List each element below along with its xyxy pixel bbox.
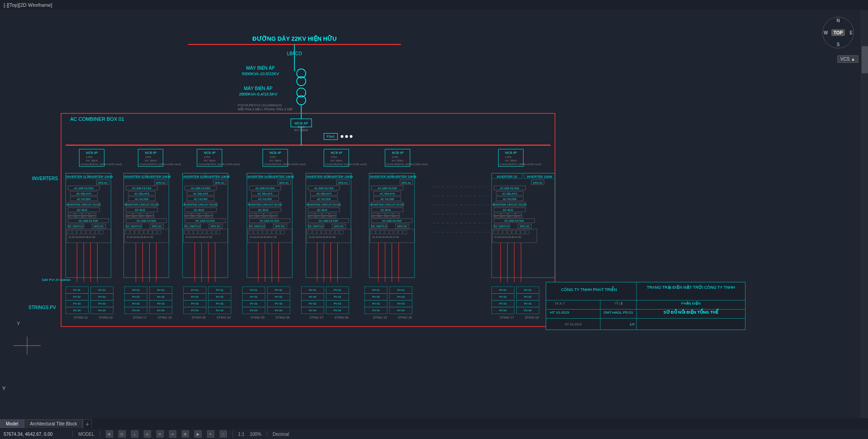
- svg-text:MPPT: MPPT: [308, 215, 314, 217]
- svg-text:INVERTER CIRCUIT DC/AC: INVERTER CIRCUIT DC/AC: [307, 203, 341, 206]
- svg-text:MPPT: MPPT: [501, 215, 507, 217]
- svg-text:SPD AC: SPD AC: [279, 181, 289, 184]
- polar-icon[interactable]: ◎: [144, 430, 151, 438]
- svg-text:PV 04: PV 04: [397, 309, 405, 312]
- tab-add-button[interactable]: +: [83, 419, 92, 428]
- svg-text:PV 03: PV 03: [275, 302, 283, 305]
- svg-text:PV 03: PV 03: [216, 302, 224, 305]
- svg-text:PV 01: PV 01: [275, 289, 283, 291]
- svg-text:AC EMI FILTER: AC EMI FILTER: [74, 187, 94, 190]
- svg-text:PV 02: PV 02: [191, 296, 199, 298]
- vertical-scrollbar[interactable]: [861, 10, 868, 418]
- scrollbar-thumb[interactable]: [862, 46, 868, 73]
- svg-text:MPPT: MPPT: [133, 215, 140, 217]
- svg-text:PV 03: PV 03: [73, 302, 81, 305]
- svg-text:DC BUS: DC BUS: [258, 209, 269, 211]
- ortho-icon[interactable]: ⊥: [131, 430, 138, 438]
- svg-text:AC RELAYS: AC RELAYS: [380, 192, 395, 195]
- svg-text:PV 02: PV 02: [524, 296, 532, 298]
- svg-text:MCB 4P: MCB 4P: [505, 151, 517, 154]
- lweight-icon[interactable]: ≡: [207, 430, 214, 438]
- tab-architectural-title-block[interactable]: Architectural Title Block: [24, 419, 83, 428]
- svg-text:MPPT: MPPT: [82, 215, 89, 217]
- svg-text:MPPT: MPPT: [330, 215, 336, 217]
- svg-text:2800KVA-0,4/10,5KV: 2800KVA-0,4/10,5KV: [239, 92, 278, 96]
- svg-text:MPPT: MPPT: [192, 215, 198, 217]
- osnap-icon[interactable]: ⊙: [156, 430, 164, 438]
- svg-text:B1 B2 B3 B4 B5 B6 B7 B8: B1 B2 B3 B4 B5 B6 B7 B8: [127, 236, 154, 239]
- svg-text:PV 04: PV 04: [73, 309, 81, 312]
- svg-text:PV 03: PV 03: [499, 302, 507, 305]
- svg-text:PV 04: PV 04: [524, 309, 532, 312]
- svg-text:175A: 175A: [204, 156, 210, 158]
- svg-text:PV 01: PV 01: [397, 289, 405, 291]
- svg-text:INVERTER 06: INVERTER 06: [370, 175, 390, 178]
- svg-text:MPPT: MPPT: [271, 215, 277, 217]
- svg-text:AC FILTER: AC FILTER: [77, 198, 91, 200]
- svg-text:MPPT: MPPT: [207, 215, 213, 217]
- svg-text:SPD AC: SPD AC: [98, 181, 108, 184]
- svg-text:STING 18: STING 18: [524, 316, 538, 319]
- tab-model[interactable]: Model: [0, 419, 24, 428]
- svg-text:PV 03: PV 03: [309, 302, 316, 305]
- svg-text:HT 10-2019: HT 10-2019: [550, 310, 570, 315]
- svg-text:AC RELAYS: AC RELAYS: [76, 192, 91, 195]
- status-divider-4: [267, 431, 267, 437]
- svg-text:MPPT: MPPT: [379, 215, 385, 217]
- svg-text:PV 04: PV 04: [98, 309, 106, 312]
- svg-text:MCB 4P: MCB 4P: [294, 121, 308, 125]
- svg-text:B1 B2 B3 B4 B5 B6 B7 B8: B1 B2 B3 B4 B5 B6 B7 B8: [250, 236, 277, 239]
- svg-text:MCB 4P: MCB 4P: [331, 151, 343, 154]
- svg-text:AC RELAYS: AC RELAYS: [502, 192, 517, 195]
- svg-text:INVERTERS: INVERTERS: [32, 176, 58, 181]
- svg-text:DC SWITCH: DC SWITCH: [185, 225, 200, 228]
- svg-text:STING 01: STING 01: [74, 316, 88, 319]
- svg-text:INVERTER 04: INVERTER 04: [248, 175, 268, 178]
- ducs-icon[interactable]: ⊞: [182, 430, 189, 438]
- svg-text:AC RELAYS: AC RELAYS: [316, 192, 331, 195]
- svg-text:PV 02: PV 02: [250, 296, 258, 298]
- svg-text:KV: 35KA: KV: 35KA: [204, 159, 216, 162]
- svg-text:MPPT: MPPT: [148, 215, 154, 217]
- svg-text:MPPT: MPPT: [264, 215, 270, 217]
- svg-text:INVERTER 10KW: INVERTER 10KW: [146, 175, 171, 178]
- dyn-icon[interactable]: ▶: [194, 430, 202, 438]
- svg-text:MỖI PHA 4 SỢI x TRUNG TÍNH 3 S: MỖI PHA 4 SỢI x TRUNG TÍNH 3 SỢI: [238, 107, 292, 111]
- svg-text:INVERTER 05: INVERTER 05: [307, 175, 327, 178]
- svg-text:AC FILTER: AC FILTER: [194, 198, 208, 200]
- svg-text:PV 02: PV 02: [275, 296, 283, 298]
- svg-text:PV 01: PV 01: [499, 289, 507, 291]
- svg-text:PV 04: PV 04: [157, 309, 165, 312]
- svg-text:DC EMI FILTER: DC EMI FILTER: [260, 220, 280, 222]
- vcs-button[interactable]: VCS ▲: [837, 55, 859, 63]
- svg-point-23: [341, 135, 344, 138]
- svg-text:PV 04: PV 04: [191, 309, 199, 312]
- svg-text:PV 03: PV 03: [191, 302, 199, 305]
- compass: N S E W TOP: [820, 14, 856, 51]
- tmodel-icon[interactable]: □: [220, 430, 227, 438]
- svg-text:PV 02: PV 02: [157, 296, 165, 298]
- svg-text:PV 02: PV 02: [216, 296, 224, 298]
- snap-icon[interactable]: ⊡: [118, 430, 126, 438]
- svg-text:B1 B2 B3 B4 B5 B6 B7 B8: B1 B2 B3 B4 B5 B6 B7 B8: [186, 236, 212, 239]
- svg-text:DC SWITCH: DC SWITCH: [372, 225, 387, 228]
- svg-text:SPD AC: SPD AC: [533, 181, 543, 184]
- svg-text:DC EMI FILTER: DC EMI FILTER: [505, 220, 524, 222]
- svg-text:PV 04: PV 04: [499, 309, 507, 312]
- grid-icon[interactable]: ⊞: [106, 430, 113, 438]
- svg-text:AC RELAYS: AC RELAYS: [193, 192, 208, 195]
- svg-text:AC FILTER: AC FILTER: [381, 198, 395, 200]
- svg-text:KV: 35KA: KV: 35KA: [505, 159, 517, 162]
- svg-text:PV 02: PV 02: [309, 296, 316, 298]
- svg-text:INVERTER 02: INVERTER 02: [124, 175, 145, 178]
- svg-text:PV 03: PV 03: [373, 302, 380, 305]
- compass-east: E: [849, 30, 853, 35]
- svg-text:PV 04: PV 04: [250, 309, 258, 312]
- zoom-level: 100%: [250, 432, 261, 437]
- compass-circle: N S E W TOP: [822, 17, 854, 48]
- scale-ratio: 1:1: [238, 432, 245, 437]
- svg-text:DC SWITCH: DC SWITCH: [308, 225, 323, 228]
- svg-text:B1 B2 B3 B4 B5 B6 B7 B8: B1 B2 B3 B4 B5 B6 B7 B8: [495, 236, 521, 239]
- otrack-icon[interactable]: ∞: [169, 430, 176, 438]
- svg-text:PV 02: PV 02: [373, 296, 380, 298]
